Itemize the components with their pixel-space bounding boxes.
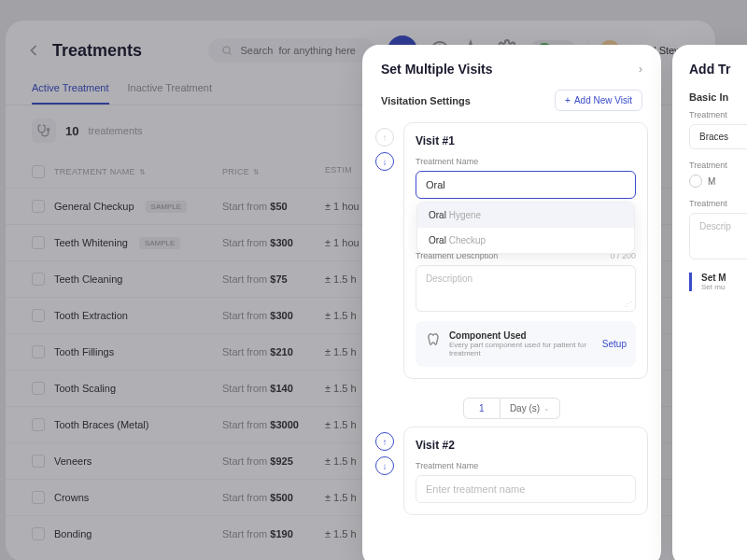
row-checkbox[interactable] <box>32 418 45 431</box>
count-number: 10 <box>65 124 78 138</box>
row-checkbox[interactable] <box>32 236 45 249</box>
component-row: Component Used Every part component used… <box>416 321 636 367</box>
description-textarea[interactable]: Description⋰ <box>416 265 636 312</box>
visit-card-2: Visit #2 Treatment Name Enter treatment … <box>403 427 648 515</box>
chevron-right-icon[interactable]: › <box>639 63 642 76</box>
price: Start from $300 <box>222 237 293 248</box>
set-visits-modal: Set Multiple Visits › Visitation Setting… <box>362 45 661 560</box>
sample-badge: SAMPLE <box>146 201 187 213</box>
row-checkbox[interactable] <box>32 273 45 286</box>
estimate: ± 1.5 h <box>325 273 357 285</box>
radio-circle <box>689 175 702 188</box>
row-checkbox[interactable] <box>32 491 45 504</box>
count-label: treatements <box>88 125 142 136</box>
price: Start from $50 <box>222 201 288 212</box>
select-all-checkbox[interactable] <box>32 165 45 178</box>
estimate: ± 1.5 h <box>325 383 357 394</box>
estimate: ± 1.5 h <box>325 455 357 467</box>
tooth-icon <box>425 330 442 349</box>
move-up-button: ↑ <box>375 128 394 147</box>
back-button[interactable] <box>24 41 43 60</box>
highlight-desc: Set mu <box>701 283 747 291</box>
section-title: Visitation Settings <box>381 95 471 106</box>
treatment-name: Tooth Scaling <box>54 383 116 394</box>
treatment-name: General Checkup <box>54 201 134 212</box>
row-checkbox[interactable] <box>32 527 45 540</box>
treatment-input[interactable]: Braces <box>689 124 747 149</box>
move-down-button[interactable]: ↓ <box>375 456 394 475</box>
price: Start from $190 <box>222 528 293 539</box>
field-label: Treatment <box>689 161 747 170</box>
component-title: Component Used <box>449 330 602 341</box>
page-title: Treatments <box>52 41 142 61</box>
treatment-name-input[interactable]: Enter treatment name <box>416 475 636 503</box>
chevron-down-icon: ⌄ <box>543 404 550 413</box>
tab-inactive-treatment[interactable]: Inactive Treatment <box>128 73 213 105</box>
row-checkbox[interactable] <box>32 309 45 322</box>
dropdown-item[interactable]: Oral Checkup <box>417 228 634 253</box>
move-up-button[interactable]: ↑ <box>375 432 394 451</box>
search-box[interactable] <box>208 38 376 63</box>
treatment-name: Tooth Fillings <box>54 346 114 357</box>
search-input[interactable] <box>240 45 363 56</box>
svg-point-5 <box>48 129 49 131</box>
price: Start from $75 <box>222 273 288 285</box>
treatment-name: Teeth Whitening <box>54 237 128 248</box>
row-checkbox[interactable] <box>32 345 45 358</box>
price: Start from $3000 <box>222 419 299 430</box>
price: Start from $925 <box>222 455 293 467</box>
estimate: ± 1.5 h <box>325 346 357 357</box>
price: Start from $500 <box>222 492 293 503</box>
day-input[interactable]: 1 <box>463 398 500 419</box>
resize-handle-icon[interactable]: ⋰ <box>625 300 632 308</box>
estimate: ± 1 hou <box>325 201 359 212</box>
visit-card-1: Visit #1 Treatment Name Oral Oral Hygene… <box>403 122 648 379</box>
add-treatment-modal: Add Tr Basic In Treatment Braces Treatme… <box>672 45 747 560</box>
field-label: Treatment <box>689 199 747 208</box>
add-visit-button[interactable]: +Add New Visit <box>555 90 642 111</box>
svg-point-0 <box>223 47 230 53</box>
move-down-button[interactable]: ↓ <box>375 152 394 171</box>
header-name[interactable]: TREATMENT NAME <box>54 167 135 176</box>
sort-icon[interactable]: ⇅ <box>139 168 146 176</box>
price: Start from $140 <box>222 383 293 394</box>
treatment-name: Crowns <box>54 492 89 503</box>
treatment-name: Tooth Extraction <box>54 310 128 321</box>
header-estimate[interactable]: ESTIM <box>325 165 352 175</box>
visit-title: Visit #2 <box>416 439 636 452</box>
setup-link[interactable]: Setup <box>602 339 627 349</box>
price: Start from $210 <box>222 346 293 357</box>
treatment-name: Teeth Cleaning <box>54 273 122 285</box>
highlight-item[interactable]: Set M Set mu <box>689 273 747 291</box>
plus-icon: + <box>565 95 571 105</box>
field-label: Treatment Name <box>416 461 636 470</box>
header-price[interactable]: PRICE <box>222 167 249 176</box>
visit-title: Visit #1 <box>416 134 636 147</box>
input-value: Oral <box>426 179 445 190</box>
treatment-name: Bonding <box>54 528 92 539</box>
row-checkbox[interactable] <box>32 382 45 395</box>
stethoscope-icon <box>32 119 56 143</box>
day-selector: 1 Day (s)⌄ <box>362 390 661 427</box>
dropdown-item[interactable]: Oral Hygene <box>417 203 634 228</box>
field-label: Treatment <box>689 110 747 119</box>
treatment-name: Veneers <box>54 455 92 467</box>
estimate: ± 1.5 h <box>325 310 357 321</box>
treatment-name-input[interactable]: Oral Oral Hygene Oral Checkup <box>416 171 636 199</box>
estimate: ± 1.5 h <box>325 419 357 430</box>
day-unit-select[interactable]: Day (s)⌄ <box>500 398 560 419</box>
autocomplete-dropdown: Oral Hygene Oral Checkup <box>416 202 635 254</box>
search-icon <box>221 44 233 57</box>
row-checkbox[interactable] <box>32 200 45 213</box>
sort-icon[interactable]: ⇅ <box>253 168 260 176</box>
modal2-title: Add Tr <box>689 62 747 77</box>
modal2-section: Basic In <box>689 91 747 103</box>
treatment-name: Tooth Braces (Metal) <box>54 419 148 430</box>
description-textarea[interactable]: Descrip <box>689 213 747 259</box>
radio-option[interactable]: M <box>689 175 747 188</box>
sample-badge: SAMPLE <box>139 237 180 249</box>
estimate: ± 1 hou <box>325 237 359 248</box>
row-checkbox[interactable] <box>32 455 45 468</box>
tab-active-treatment[interactable]: Active Treatment <box>32 73 109 105</box>
price: Start from $300 <box>222 310 293 321</box>
